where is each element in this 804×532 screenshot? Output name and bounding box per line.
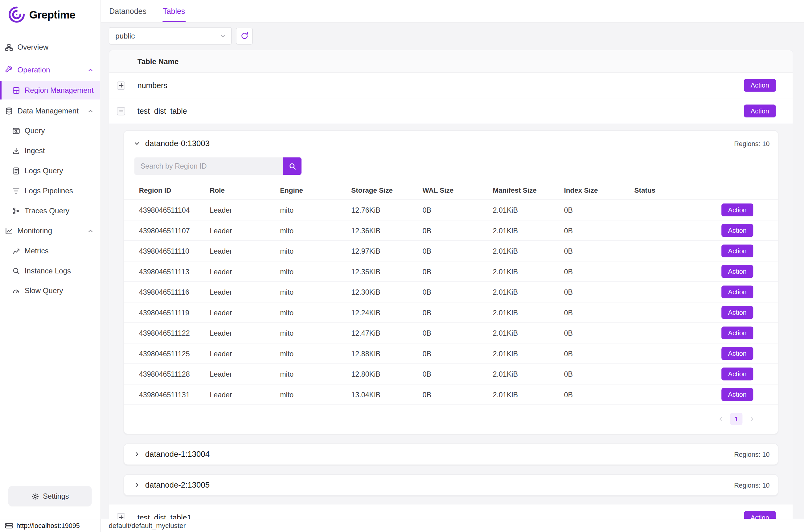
engine-cell: mito	[280, 329, 351, 337]
sidebar-item-instance-logs[interactable]: Instance Logs	[0, 262, 100, 280]
region-id-cell: 4398046511104	[139, 206, 210, 214]
sidebar-item-metrics[interactable]: Metrics	[0, 242, 100, 260]
next-page-button[interactable]	[748, 416, 755, 422]
wal-size-cell: 0B	[423, 226, 493, 234]
settings-label: Settings	[43, 492, 69, 500]
datanode-name: datanode-1:13004	[145, 450, 210, 459]
monitoring-icon	[5, 227, 13, 234]
tables-card: Table Name numbers Action test_dist_tabl…	[109, 50, 793, 519]
sidebar-item-monitoring[interactable]: Monitoring	[0, 222, 100, 240]
manifest-size-cell: 2.01KiB	[493, 349, 564, 358]
region-search-input[interactable]	[134, 157, 283, 175]
sidebar-item-ingest[interactable]: Ingest	[0, 142, 100, 160]
table-name-header-label: Table Name	[137, 57, 179, 65]
region-search-button[interactable]	[283, 157, 302, 175]
action-button[interactable]: Action	[721, 204, 753, 216]
pagination: 1	[124, 405, 778, 434]
wal-size-cell: 0B	[423, 349, 493, 358]
table-row-numbers: numbers Action	[109, 73, 792, 98]
region-row: 4398046511125 Leader mito 12.88KiB 0B 2.…	[124, 343, 778, 364]
main-area: Datanodes Tables public Table Name	[101, 0, 804, 519]
sidebar-item-operation[interactable]: Operation	[0, 61, 100, 79]
region-row: 4398046511131 Leader mito 13.04KiB 0B 2.…	[124, 384, 778, 405]
action-button[interactable]: Action	[721, 306, 753, 319]
action-button[interactable]: Action	[744, 79, 776, 92]
table-name: numbers	[137, 81, 740, 90]
sidebar-menu: Overview Operation Region Management	[0, 27, 100, 299]
tab-datanodes[interactable]: Datanodes	[101, 0, 155, 22]
index-size-cell: 0B	[564, 349, 634, 358]
datanode-header[interactable]: datanode-1:13004 Regions: 10	[124, 444, 778, 464]
index-size-cell: 0B	[564, 329, 634, 337]
search-icon	[289, 162, 296, 170]
logs-pipelines-icon	[12, 187, 20, 194]
expand-button[interactable]	[117, 513, 125, 519]
manifest-size-cell: 2.01KiB	[493, 226, 564, 234]
app: Greptime Overview Operation	[0, 0, 804, 532]
sidebar-item-logs-pipelines[interactable]: Logs Pipelines	[0, 182, 100, 200]
storage-size-cell: 12.24KiB	[351, 308, 422, 317]
action-button[interactable]: Action	[721, 244, 753, 258]
datanode-section-1: datanode-1:13004 Regions: 10	[123, 443, 779, 465]
action-button[interactable]: Action	[744, 104, 776, 117]
region-management-icon	[12, 86, 20, 94]
datanode-header[interactable]: datanode-2:13005 Regions: 10	[124, 475, 778, 495]
chevron-up-icon	[87, 227, 94, 234]
action-button[interactable]: Action	[721, 285, 753, 298]
column-header: Region ID	[139, 187, 210, 194]
datanode-header[interactable]: datanode-0:13003 Regions: 10	[124, 131, 778, 156]
sidebar-item-overview[interactable]: Overview	[0, 39, 100, 56]
table-row-test-dist-table: test_dist_table Action	[109, 98, 792, 124]
index-size-cell: 0B	[564, 267, 634, 276]
toolbar: public	[109, 27, 793, 45]
chevron-right-icon	[133, 451, 140, 458]
action-button[interactable]: Action	[721, 368, 753, 381]
schema-select[interactable]: public	[109, 27, 232, 45]
engine-cell: mito	[280, 247, 351, 255]
page-button[interactable]: 1	[730, 413, 742, 425]
role-cell: Leader	[210, 288, 280, 296]
prev-page-button[interactable]	[717, 416, 724, 422]
collapse-button[interactable]	[117, 107, 125, 115]
sidebar-item-logs-query[interactable]: Logs Query	[0, 162, 100, 180]
sidebar-item-label: Data Management	[18, 107, 79, 115]
settings-button[interactable]: Settings	[8, 486, 92, 507]
table-name: test_dist_table	[137, 107, 740, 115]
sidebar-item-query[interactable]: Query	[0, 122, 100, 140]
sidebar-item-region-management[interactable]: Region Management	[0, 81, 100, 99]
metrics-icon	[12, 247, 20, 254]
sidebar-item-slow-query[interactable]: Slow Query	[0, 282, 100, 300]
engine-cell: mito	[280, 308, 351, 317]
storage-size-cell: 12.30KiB	[351, 288, 422, 296]
sidebar-item-data-management[interactable]: Data Management	[0, 102, 100, 119]
sidebar-item-label: Overview	[18, 43, 49, 52]
host-indicator[interactable]: http://localhost:19095	[0, 519, 100, 532]
tab-tables[interactable]: Tables	[155, 0, 193, 22]
index-size-cell: 0B	[564, 247, 634, 255]
action-button[interactable]: Action	[744, 511, 776, 519]
sidebar-item-label: Logs Query	[25, 167, 63, 175]
brand-logo[interactable]: Greptime	[0, 0, 100, 27]
region-row: 4398046511104 Leader mito 12.76KiB 0B 2.…	[124, 200, 778, 220]
gear-icon	[31, 493, 39, 500]
sidebar-item-label: Operation	[18, 66, 50, 74]
engine-cell: mito	[280, 370, 351, 378]
expand-button[interactable]	[117, 81, 125, 90]
action-button[interactable]: Action	[721, 265, 753, 278]
column-header: WAL Size	[423, 187, 493, 194]
role-cell: Leader	[210, 308, 280, 317]
wal-size-cell: 0B	[423, 206, 493, 214]
sidebar-item-traces-query[interactable]: Traces Query	[0, 202, 100, 220]
wal-size-cell: 0B	[423, 288, 493, 296]
action-button[interactable]: Action	[721, 388, 753, 401]
action-button[interactable]: Action	[721, 326, 753, 339]
expanded-region-panel: datanode-0:13003 Regions: 10 Region ID R…	[109, 124, 792, 505]
region-row: 4398046511116 Leader mito 12.30KiB 0B 2.…	[124, 281, 778, 302]
action-button[interactable]: Action	[721, 224, 753, 237]
refresh-button[interactable]	[236, 27, 253, 44]
action-button[interactable]: Action	[721, 347, 753, 360]
role-cell: Leader	[210, 329, 280, 337]
storage-size-cell: 12.36KiB	[351, 226, 422, 234]
status-bar: http://localhost:19095 default/default_m…	[0, 519, 804, 532]
chevron-down-icon	[133, 140, 140, 147]
